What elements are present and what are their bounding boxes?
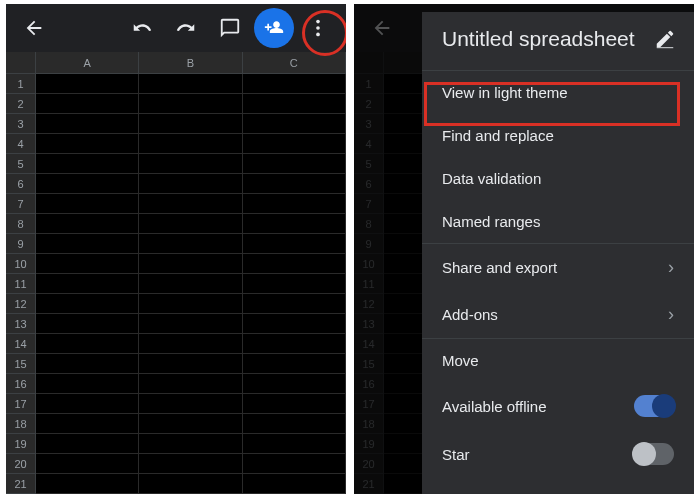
cell[interactable] (36, 74, 139, 94)
back-icon[interactable] (14, 8, 54, 48)
cell[interactable] (243, 474, 346, 494)
undo-icon[interactable] (122, 8, 162, 48)
row-header[interactable]: 19 (354, 434, 384, 454)
cell[interactable] (36, 474, 139, 494)
cell[interactable] (139, 134, 242, 154)
column-header[interactable]: C (243, 52, 346, 73)
cell[interactable] (36, 154, 139, 174)
menu-item-available-offline[interactable]: Available offline (422, 382, 694, 430)
cell[interactable] (139, 374, 242, 394)
cell[interactable] (36, 434, 139, 454)
row-header[interactable]: 10 (6, 254, 36, 274)
cell[interactable] (243, 294, 346, 314)
row-header[interactable]: 20 (6, 454, 36, 474)
row-header[interactable]: 8 (6, 214, 36, 234)
menu-item-find-replace[interactable]: Find and replace (422, 114, 694, 157)
row-header[interactable]: 7 (6, 194, 36, 214)
row-header[interactable]: 19 (6, 434, 36, 454)
row-header[interactable]: 20 (354, 454, 384, 474)
cell[interactable] (243, 434, 346, 454)
share-button[interactable] (254, 8, 294, 48)
row-header[interactable]: 9 (354, 234, 384, 254)
cell[interactable] (139, 434, 242, 454)
cell[interactable] (243, 174, 346, 194)
cell[interactable] (36, 174, 139, 194)
menu-item-view-light-theme[interactable]: View in light theme (422, 71, 694, 114)
cell[interactable] (36, 354, 139, 374)
menu-item-named-ranges[interactable]: Named ranges (422, 200, 694, 243)
cell[interactable] (243, 374, 346, 394)
cell[interactable] (36, 234, 139, 254)
cell[interactable] (139, 114, 242, 134)
row-header[interactable]: 14 (6, 334, 36, 354)
row-header[interactable]: 2 (354, 94, 384, 114)
row-header[interactable]: 15 (354, 354, 384, 374)
cell[interactable] (139, 154, 242, 174)
cell[interactable] (243, 134, 346, 154)
cell[interactable] (139, 74, 242, 94)
cell[interactable] (243, 414, 346, 434)
row-header[interactable]: 11 (6, 274, 36, 294)
cell[interactable] (243, 254, 346, 274)
row-header[interactable]: 16 (354, 374, 384, 394)
cell[interactable] (139, 294, 242, 314)
cell[interactable] (139, 394, 242, 414)
cell[interactable] (139, 274, 242, 294)
row-header[interactable]: 12 (354, 294, 384, 314)
available-offline-toggle[interactable] (634, 395, 674, 417)
cell[interactable] (36, 214, 139, 234)
cell[interactable] (243, 234, 346, 254)
cell[interactable] (36, 94, 139, 114)
cell[interactable] (243, 394, 346, 414)
comment-icon[interactable] (210, 8, 250, 48)
menu-item-share-export[interactable]: Share and export › (422, 243, 694, 291)
row-header[interactable]: 2 (6, 94, 36, 114)
column-header[interactable]: B (139, 52, 242, 73)
row-header[interactable]: 11 (354, 274, 384, 294)
row-header[interactable]: 21 (6, 474, 36, 494)
row-header[interactable]: 3 (6, 114, 36, 134)
row-header[interactable]: 5 (6, 154, 36, 174)
row-header[interactable]: 12 (6, 294, 36, 314)
cell[interactable] (139, 354, 242, 374)
cell[interactable] (36, 394, 139, 414)
cell[interactable] (139, 94, 242, 114)
cell[interactable] (243, 314, 346, 334)
row-header[interactable]: 5 (354, 154, 384, 174)
cell[interactable] (36, 314, 139, 334)
cell[interactable] (139, 234, 242, 254)
row-header[interactable]: 16 (6, 374, 36, 394)
cell[interactable] (36, 254, 139, 274)
row-header[interactable]: 17 (6, 394, 36, 414)
row-header[interactable]: 14 (354, 334, 384, 354)
more-menu-icon[interactable] (298, 8, 338, 48)
cell[interactable] (139, 454, 242, 474)
cell[interactable] (139, 474, 242, 494)
select-all-corner[interactable] (6, 52, 36, 73)
menu-item-move[interactable]: Move (422, 338, 694, 382)
row-header[interactable]: 6 (6, 174, 36, 194)
cell[interactable] (243, 354, 346, 374)
row-header[interactable]: 18 (354, 414, 384, 434)
row-header[interactable]: 1 (354, 74, 384, 94)
cell[interactable] (139, 194, 242, 214)
row-header[interactable]: 13 (6, 314, 36, 334)
row-header[interactable]: 13 (354, 314, 384, 334)
cell[interactable] (243, 94, 346, 114)
cell[interactable] (139, 214, 242, 234)
row-header[interactable]: 4 (354, 134, 384, 154)
menu-item-add-ons[interactable]: Add-ons › (422, 291, 694, 338)
cell[interactable] (36, 454, 139, 474)
row-header[interactable]: 17 (354, 394, 384, 414)
cell[interactable] (36, 134, 139, 154)
cell[interactable] (243, 114, 346, 134)
row-header[interactable]: 18 (6, 414, 36, 434)
cell[interactable] (243, 214, 346, 234)
cell[interactable] (36, 194, 139, 214)
menu-item-data-validation[interactable]: Data validation (422, 157, 694, 200)
cell[interactable] (243, 154, 346, 174)
row-header[interactable]: 1 (6, 74, 36, 94)
cell[interactable] (139, 414, 242, 434)
cell[interactable] (36, 294, 139, 314)
menu-item-star[interactable]: Star (422, 430, 694, 478)
